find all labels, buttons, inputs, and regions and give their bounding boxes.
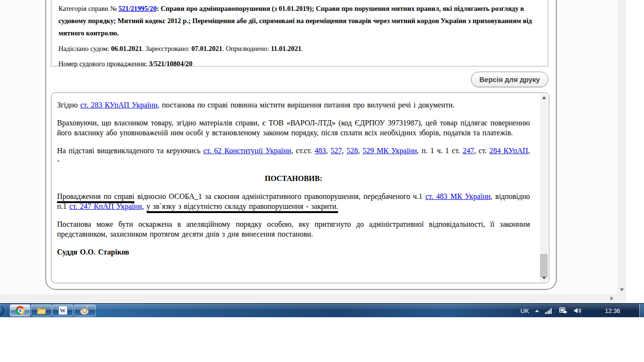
legal-link[interactable]: 247	[462, 147, 474, 155]
document-paragraph: Згідно ст. 283 КУпАП України, постанова …	[57, 100, 530, 110]
text-segment: 06.01.2021	[111, 45, 142, 52]
text-segment: ,	[326, 147, 330, 155]
clock[interactable]: 12:36	[605, 307, 620, 314]
explorer-folder-icon	[37, 306, 46, 315]
case-category-line: Категорія справи № 521/21995/20: Справи …	[58, 2, 540, 39]
word-icon: W	[58, 306, 67, 315]
browser-scroll-down-icon	[620, 288, 624, 291]
text-segment: відносно ОСОБА_1 за скоєння адміністрати…	[134, 192, 425, 200]
text-segment: Згідно	[57, 101, 80, 109]
taskbar: W UK	[0, 303, 644, 317]
paint-icon	[80, 306, 90, 315]
legal-link[interactable]: 527	[330, 147, 342, 155]
text-segment: Провадження по справі	[57, 192, 134, 203]
chrome-icon	[16, 306, 25, 315]
text-segment: На підставі вищевикладеного та керуючись	[57, 147, 203, 155]
text-segment: 07.01.2021	[191, 45, 223, 52]
text-segment: Суддя О.О. Старіков	[57, 248, 129, 256]
case-proceeding-number-line: Номер судового провадження: 3/521/10804/…	[58, 58, 540, 70]
text-segment: ПОСТАНОВИВ:	[264, 174, 322, 182]
case-dates-line: Надіслано судом: 06.01.2021. Зареєстрова…	[58, 42, 540, 55]
legal-link[interactable]: ст. 247 КпАП України	[69, 202, 142, 210]
text-segment: 11.01.2021	[271, 45, 301, 52]
volume-icon[interactable]	[574, 307, 582, 314]
language-indicator[interactable]: UK	[520, 307, 529, 314]
taskbar-button-chrome[interactable]	[10, 304, 30, 316]
document-text: Згідно ст. 283 КУпАП України, постанова …	[51, 93, 538, 265]
text-segment: , п. 1 ч. 1 ст.	[417, 147, 462, 155]
text-segment: 3/521/10804/20	[149, 60, 192, 67]
legal-link[interactable]: ст. 483 МК України	[425, 192, 490, 200]
document-paragraph: Враховуючи, що власником товару, згідно …	[57, 118, 530, 138]
document-paragraph: Провадження по справі відносно ОСОБА_1 з…	[57, 191, 530, 211]
document-paragraph: Суддя О.О. Старіков	[57, 247, 530, 257]
legal-link[interactable]: 528	[347, 147, 358, 155]
text-segment: .	[301, 45, 303, 52]
network-signal-icon[interactable]	[545, 308, 553, 314]
browser-vertical-scrollbar[interactable]	[618, 0, 626, 302]
document-paragraph: Постанова може бути оскаржена в апеляцій…	[57, 219, 530, 239]
start-button[interactable]	[0, 304, 5, 317]
text-segment: , ст.	[474, 147, 489, 155]
print-version-button[interactable]: Версія для друку	[471, 72, 548, 87]
show-desktop-button[interactable]	[639, 304, 644, 317]
legal-link[interactable]: ст. 283 КУпАП України	[80, 101, 157, 109]
scroll-up-icon	[542, 96, 546, 99]
text-segment: ,	[142, 202, 147, 210]
text-segment: у зв`язку з відсутністю складу правопору…	[147, 202, 338, 213]
text-segment: . Зареєстровано:	[142, 45, 191, 52]
legal-link[interactable]: 284 КУпАП	[489, 147, 528, 155]
text-segment: ,	[342, 147, 347, 155]
taskbar-button-paint[interactable]	[74, 304, 96, 316]
document-scrollbar[interactable]	[540, 94, 548, 282]
taskbar-button-explorer[interactable]	[31, 304, 52, 316]
legal-link[interactable]: ст. 62 Конституції України	[203, 147, 291, 155]
scroll-up-button[interactable]	[540, 94, 547, 101]
text-segment: Номер судового провадження:	[58, 60, 149, 67]
text-segment: Категорія справи №	[58, 5, 118, 12]
text-segment: , постанова по справі повинна містити ви…	[157, 101, 454, 109]
text-segment: , ст.ст.	[291, 147, 315, 155]
text-segment: ,	[358, 147, 363, 155]
text-segment: Постанова може бути оскаржена в апеляцій…	[57, 220, 530, 238]
hidden-icons-chevron[interactable]	[535, 310, 539, 312]
system-tray: UK 12:36	[520, 304, 620, 317]
case-info-box: Категорія справи № 521/21995/20: Справи …	[51, 0, 548, 66]
browser-horizontal-scrollbar[interactable]	[0, 295, 618, 302]
legal-link[interactable]: 483	[314, 147, 326, 155]
network-plug-icon[interactable]	[559, 307, 568, 314]
legal-link[interactable]: 529 МК України	[363, 147, 417, 155]
scroll-down-button[interactable]	[540, 274, 547, 282]
text-segment: Враховуючи, що власником товару, згідно …	[57, 119, 530, 137]
document-paragraph: ПОСТАНОВИВ:	[57, 173, 530, 183]
document-pane: Згідно ст. 283 КУпАП України, постанова …	[51, 92, 549, 283]
print-version-label: Версія для друку	[479, 75, 540, 83]
taskbar-button-word[interactable]: W	[52, 304, 73, 316]
text-segment: Надіслано судом:	[58, 45, 111, 52]
text-segment: . Оприлюднено:	[223, 45, 271, 52]
legal-link[interactable]: 521/21995/20	[118, 5, 157, 12]
page-background: Категорія справи № 521/21995/20: Справи …	[0, 0, 618, 302]
browser-scroll-right-icon	[611, 296, 613, 300]
document-paragraph: На підставі вищевикладеного та керуючись…	[57, 146, 530, 165]
scroll-down-icon	[542, 277, 546, 280]
